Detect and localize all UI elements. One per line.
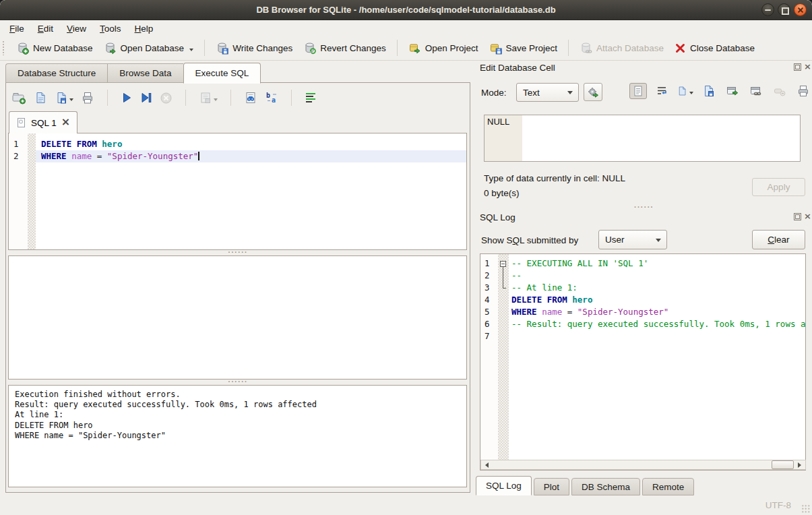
cell-type-info: Type of data currently in cell: NULL	[484, 173, 625, 183]
revert-changes-button[interactable]: Revert Changes	[298, 39, 392, 57]
save-project-button[interactable]: Save Project	[484, 39, 563, 57]
menu-help[interactable]: Help	[128, 22, 160, 35]
right-dock-area: Edit Database Cell × Mode: Text NULL Typ…	[476, 61, 812, 495]
dock-float-icon[interactable]	[794, 63, 801, 71]
results-messages-splitter[interactable]	[6, 380, 470, 385]
tab-db-schema[interactable]: DB Schema	[571, 478, 640, 495]
scroll-right-button[interactable]	[795, 460, 805, 469]
import-menu-caret[interactable]	[689, 92, 693, 96]
save-sql-file-button[interactable]	[55, 91, 73, 104]
close-database-x-icon	[675, 42, 686, 54]
dock-splitter[interactable]	[476, 204, 812, 210]
import-data-button[interactable]	[677, 83, 694, 99]
attach-database-button[interactable]: Attach Database	[574, 39, 669, 57]
tab-sql-log[interactable]: SQL Log	[476, 476, 532, 495]
print-sql-button[interactable]	[81, 91, 94, 104]
dock-close-icon[interactable]: ×	[804, 63, 811, 71]
resize-grip[interactable]	[801, 504, 810, 513]
save-sql-menu-caret[interactable]	[69, 98, 73, 103]
fold-collapse-icon[interactable]	[500, 261, 506, 267]
dock-float-icon[interactable]	[794, 213, 801, 220]
stop-execution-button[interactable]	[160, 92, 173, 104]
tab-plot[interactable]: Plot	[534, 478, 569, 495]
scrollbar-track[interactable]	[491, 460, 795, 469]
log-line	[509, 330, 805, 342]
toolbar-separator	[230, 90, 231, 106]
message-line: Result: query executed successfully. Too…	[15, 400, 460, 410]
sql-tab-close-icon[interactable]: ×	[61, 117, 70, 127]
menu-edit[interactable]: Edit	[31, 22, 60, 35]
url-link-icon	[749, 85, 763, 97]
sql-document-tab[interactable]: SQL 1 ×	[9, 111, 77, 133]
dock-close-icon[interactable]: ×	[804, 213, 811, 220]
cell-value-editor[interactable]: NULL	[484, 115, 801, 162]
auto-format-button[interactable]	[305, 92, 317, 104]
execute-current-line-button[interactable]	[140, 92, 152, 104]
menu-file[interactable]: File	[3, 22, 31, 35]
text-mode-button[interactable]	[629, 83, 647, 99]
tab-remote[interactable]: Remote	[642, 478, 694, 495]
toolbar-drag-handle[interactable]	[2, 40, 5, 55]
menubar: File Edit View Tools Help	[0, 21, 812, 36]
menu-tools[interactable]: Tools	[93, 22, 128, 35]
new-sql-tab-button[interactable]	[11, 91, 26, 104]
editor-results-splitter[interactable]	[6, 250, 470, 255]
fold-guide-corner	[503, 288, 506, 289]
close-database-button[interactable]: Close Database	[669, 40, 760, 57]
open-sql-file-button[interactable]	[34, 91, 47, 104]
save-results-button[interactable]	[199, 91, 218, 104]
apply-format-button[interactable]	[584, 83, 602, 101]
tab-execute-sql[interactable]: Execute SQL	[183, 63, 261, 84]
open-external-button[interactable]	[724, 83, 741, 99]
editor-code-area[interactable]: DELETE FROM hero WHERE name = "Spider-Yo…	[36, 133, 466, 249]
results-grid[interactable]	[8, 255, 467, 380]
execution-message-pane[interactable]: Execution finished without errors.Result…	[8, 385, 467, 487]
execute-all-button[interactable]	[121, 92, 133, 104]
new-database-button[interactable]: New Database	[11, 39, 98, 57]
log-line: DELETE FROM hero	[509, 294, 805, 306]
set-null-button[interactable]	[771, 83, 788, 99]
word-wrap-button[interactable]	[653, 83, 670, 99]
format-lines-icon	[305, 92, 317, 104]
titlebar[interactable]: DB Browser for SQLite - /home/user/code/…	[0, 0, 812, 20]
scroll-left-button[interactable]	[481, 460, 491, 469]
sql-log-dock: SQL Log × Show SQL submitted by User Cle…	[476, 211, 812, 495]
minimize-button[interactable]	[761, 3, 774, 16]
sql-log-filter-select[interactable]: User	[598, 230, 667, 249]
log-line: --	[509, 270, 805, 282]
project-open-icon	[408, 42, 421, 55]
open-database-menu-caret[interactable]	[189, 49, 193, 53]
write-changes-button[interactable]: Write Changes	[210, 39, 298, 57]
printer-icon	[797, 85, 809, 97]
clear-log-button[interactable]: Clear	[752, 230, 805, 249]
close-button[interactable]	[794, 3, 807, 16]
log-fold-margin[interactable]	[498, 254, 509, 470]
print-cell-button[interactable]	[794, 83, 812, 99]
word-wrap-icon	[656, 85, 668, 97]
tab-database-structure[interactable]: Database Structure	[5, 63, 107, 83]
fold-guide-line	[503, 267, 503, 288]
toolbar-separator	[204, 40, 205, 56]
replace-button[interactable]: ba	[265, 91, 278, 104]
open-project-button[interactable]: Open Project	[403, 39, 484, 57]
apply-button[interactable]: Apply	[752, 178, 805, 196]
copy-link-button[interactable]	[747, 83, 765, 99]
scrollbar-thumb[interactable]	[772, 460, 794, 469]
sql-log-view[interactable]: 1 2 3 4 5 6 7 -- EXECUTING ALL IN 'SQL 1…	[480, 253, 806, 471]
tab-browse-data[interactable]: Browse Data	[107, 63, 183, 83]
mode-select[interactable]: Text	[516, 83, 579, 102]
app-window: DB Browser for SQLite - /home/user/code/…	[0, 0, 812, 515]
find-button[interactable]	[244, 91, 257, 104]
find-in-text-icon	[244, 91, 257, 104]
log-line-numbers: 1 2 3 4 5 6 7	[480, 254, 498, 470]
maximize-button[interactable]	[778, 3, 790, 16]
menu-view[interactable]: View	[60, 22, 93, 35]
export-data-button[interactable]	[700, 83, 718, 99]
export-file-icon	[703, 85, 715, 97]
save-results-menu-caret[interactable]	[214, 98, 218, 103]
log-horizontal-scrollbar[interactable]	[480, 460, 806, 470]
sql-tab-label: SQL 1	[31, 118, 57, 128]
sql-editor[interactable]: 1 2 DELETE FROM hero WHERE name = "Spide…	[8, 133, 467, 250]
sql-log-filter-label: Show SQL submitted by	[481, 235, 578, 245]
open-database-button[interactable]: Open Database	[98, 39, 199, 57]
